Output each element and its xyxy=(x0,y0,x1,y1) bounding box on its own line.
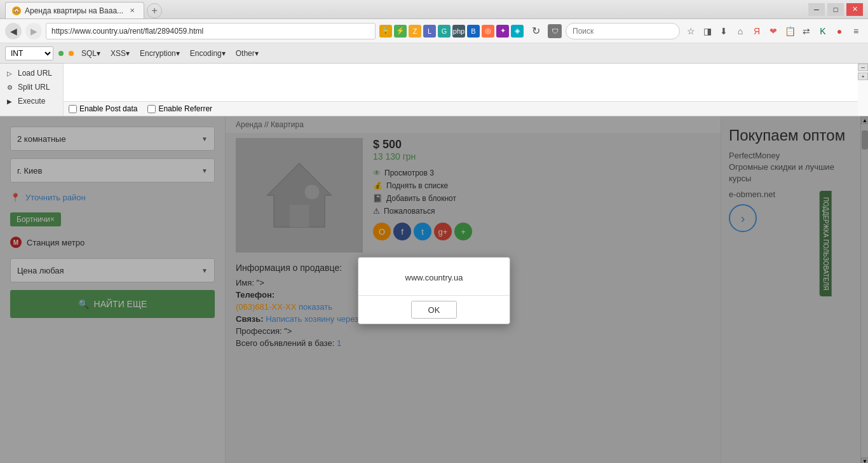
modal-dialog: www.country.ua OK xyxy=(358,257,510,324)
browser-actions: ☆ ◨ ⬇ ⌂ Я ❤ 📋 ⇄ K ● ≡ xyxy=(684,24,863,38)
ext-icon-1[interactable]: 🔓 xyxy=(379,25,392,38)
hackbar-main: Enable Post data Enable Referrer xyxy=(64,64,858,116)
encoding-menu-button[interactable]: Encoding▾ xyxy=(187,48,228,59)
ext-icon-7[interactable]: B xyxy=(467,25,480,38)
sync-icon[interactable]: ⇄ xyxy=(799,24,813,38)
reader-icon[interactable]: ◨ xyxy=(700,24,714,38)
new-tab-button[interactable]: + xyxy=(147,3,162,18)
back-button[interactable]: ◀ xyxy=(5,23,22,39)
execute-icon: ▶ xyxy=(5,97,14,106)
ext-icon-3[interactable]: Z xyxy=(409,25,421,38)
split-url-icon: ⚙ xyxy=(5,83,14,92)
type-select[interactable]: INT STRING BOOL FLOAT xyxy=(5,46,53,60)
tab-area: 🏠 Аренда квартиры на Вааа... ✕ + xyxy=(5,0,803,18)
chrome-icon[interactable]: ● xyxy=(832,24,846,38)
active-tab[interactable]: 🏠 Аренда квартиры на Вааа... ✕ xyxy=(5,2,144,18)
maximize-button[interactable]: □ xyxy=(827,3,844,16)
sql-menu-button[interactable]: SQL▾ xyxy=(79,48,103,59)
xss-menu-button[interactable]: XSS▾ xyxy=(108,48,132,59)
modal-body: www.country.ua xyxy=(358,258,510,296)
scroll-down-button[interactable]: + xyxy=(858,73,868,80)
enable-post-checkbox[interactable]: Enable Post data xyxy=(69,104,137,113)
dot-orange-icon xyxy=(69,51,74,56)
scroll-indicator: ─ + xyxy=(858,64,868,116)
encryption-menu-button[interactable]: Encryption▾ xyxy=(137,48,182,59)
modal-message: www.country.ua xyxy=(405,273,463,282)
address-bar-row: ◀ ▶ 🔓 ⚡ Z L G php B ◎ ✦ ◈ ↻ 🛡 ☆ ◨ ⬇ ⌂ Я … xyxy=(0,19,868,43)
enable-referrer-label: Enable Referrer xyxy=(158,104,212,113)
modal-ok-button[interactable]: OK xyxy=(411,301,457,319)
hackbar-panel: ▷ Load URL ⚙ Split URL ▶ Execute Enable … xyxy=(0,64,868,116)
pocket-icon[interactable]: ❤ xyxy=(766,24,780,38)
browser-chrome: 🏠 Аренда квартиры на Вааа... ✕ + ─ □ ✕ ◀… xyxy=(0,0,868,116)
browser-content: 2 комнатные ▼ г. Киев ▼ 📍 Уточнить район… xyxy=(0,116,868,463)
referrer-checkbox-input[interactable] xyxy=(147,105,156,113)
refresh-button[interactable]: ↻ xyxy=(527,23,544,39)
enable-post-label: Enable Post data xyxy=(79,104,137,113)
address-input[interactable] xyxy=(46,23,376,39)
ext-icon-2[interactable]: ⚡ xyxy=(394,25,407,38)
hackbar-textarea[interactable] xyxy=(64,64,858,102)
minimize-button[interactable]: ─ xyxy=(808,3,825,16)
menu-icon[interactable]: ≡ xyxy=(849,24,863,38)
dot-green-icon xyxy=(58,51,64,56)
ext-icon-4[interactable]: L xyxy=(423,25,436,38)
ext-icon-8[interactable]: ◎ xyxy=(482,25,494,38)
ext-icon-10[interactable]: ◈ xyxy=(511,25,524,38)
tab-favicon: 🏠 xyxy=(12,6,21,15)
tab-close-button[interactable]: ✕ xyxy=(127,6,137,16)
kapersky-icon[interactable]: K xyxy=(816,24,830,38)
split-url-item[interactable]: ⚙ Split URL xyxy=(0,80,63,94)
load-url-label: Load URL xyxy=(18,69,52,78)
enable-referrer-checkbox[interactable]: Enable Referrer xyxy=(147,104,212,113)
screenshot-icon[interactable]: 📋 xyxy=(783,24,797,38)
search-input[interactable] xyxy=(566,23,680,39)
download-icon[interactable]: ⬇ xyxy=(717,24,731,38)
yandex-icon[interactable]: Я xyxy=(750,24,764,38)
execute-item[interactable]: ▶ Execute xyxy=(0,94,63,108)
ext-icon-5[interactable]: G xyxy=(438,25,451,38)
load-url-icon: ▷ xyxy=(5,69,14,78)
hackbar-options: Enable Post data Enable Referrer xyxy=(64,102,858,116)
bookmark-star-icon[interactable]: ☆ xyxy=(684,24,698,38)
extension-icons: 🔓 ⚡ Z L G php B ◎ ✦ ◈ xyxy=(379,25,524,38)
tab-title: Аренда квартиры на Вааа... xyxy=(25,6,123,15)
forward-button[interactable]: ▶ xyxy=(25,23,42,39)
execute-label: Execute xyxy=(18,97,45,106)
load-url-item[interactable]: ▷ Load URL xyxy=(0,66,63,80)
ext-icon-9[interactable]: ✦ xyxy=(496,25,509,38)
home-icon[interactable]: ⌂ xyxy=(733,24,747,38)
title-bar: 🏠 Аренда квартиры на Вааа... ✕ + ─ □ ✕ xyxy=(0,0,868,19)
close-button[interactable]: ✕ xyxy=(846,3,863,16)
ext-toolbar: INT STRING BOOL FLOAT SQL▾ XSS▾ Encrypti… xyxy=(0,43,868,64)
other-menu-button[interactable]: Other▾ xyxy=(233,48,261,59)
modal-overlay: www.country.ua OK xyxy=(0,116,868,463)
modal-footer: OK xyxy=(358,296,510,324)
scroll-up-button[interactable]: ─ xyxy=(858,64,868,71)
adblock-icon[interactable]: 🛡 xyxy=(548,24,562,38)
window-controls: ─ □ ✕ xyxy=(808,3,863,16)
split-url-label: Split URL xyxy=(18,83,50,92)
ext-icon-6[interactable]: php xyxy=(452,25,465,38)
post-checkbox-input[interactable] xyxy=(69,105,77,113)
hackbar-sidebar: ▷ Load URL ⚙ Split URL ▶ Execute xyxy=(0,64,64,116)
